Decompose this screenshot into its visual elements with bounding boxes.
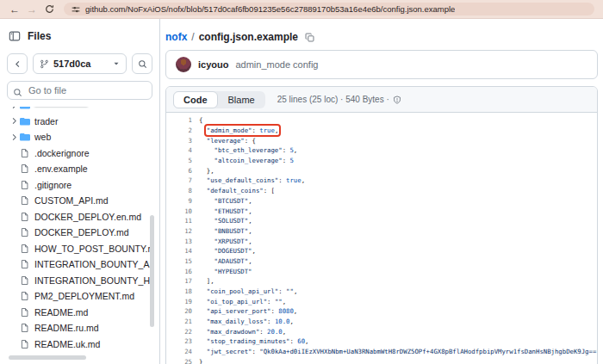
line-number[interactable]: 24 bbox=[166, 348, 192, 355]
file-tree-item-label: DOCKER_DEPLOY.en.md bbox=[34, 212, 141, 222]
file-meta-text: 25 lines (25 loc) · 540 Bytes · bbox=[277, 95, 389, 104]
code-line-text: "DOGEUSDT", bbox=[199, 247, 256, 255]
search-icon bbox=[13, 85, 22, 101]
code-line-text: "api_server_port": 8080, bbox=[199, 307, 297, 315]
line-number[interactable]: 8 bbox=[166, 187, 192, 194]
sidebar-resize-handle[interactable] bbox=[159, 19, 163, 364]
code-line-8: 8 "default_coins": [ bbox=[166, 186, 597, 196]
line-number[interactable]: 17 bbox=[166, 277, 192, 285]
branch-name: 517d0ca bbox=[53, 59, 109, 69]
file-tree-item-label: INTEGRATION_BOUNTY_ASTE... bbox=[34, 259, 152, 269]
forward-icon[interactable]: → bbox=[26, 3, 38, 15]
file-tree-item-readme-zh-cn-md[interactable]: README.zh-CN.md bbox=[7, 352, 152, 355]
shield-icon[interactable] bbox=[393, 96, 401, 104]
file-tree-item-dockerignore[interactable]: .dockerignore bbox=[7, 145, 152, 162]
line-number[interactable]: 2 bbox=[166, 126, 192, 134]
address-bar[interactable]: github.com/NoFxAiOS/nofx/blob/517d0caf6f… bbox=[64, 3, 594, 15]
code-line-text: "ADAUSDT", bbox=[199, 257, 252, 265]
line-number[interactable]: 10 bbox=[166, 207, 192, 215]
line-number[interactable]: 5 bbox=[166, 157, 192, 164]
reload-icon[interactable] bbox=[43, 3, 55, 15]
line-number[interactable]: 22 bbox=[166, 328, 192, 336]
file-icon bbox=[20, 259, 34, 269]
line-number[interactable]: 1 bbox=[166, 116, 192, 124]
commit-message-link[interactable]: admin_mode config bbox=[235, 59, 318, 70]
sidebar-horizontal-scrollbar[interactable] bbox=[9, 355, 86, 360]
file-tree-item-env-example[interactable]: .env.example bbox=[7, 161, 152, 177]
file-tree-item-clipped[interactable] bbox=[7, 107, 152, 114]
file-tree-item-how-to-post-bounty-md[interactable]: HOW_TO_POST_BOUNTY.md bbox=[7, 241, 152, 257]
file-tree-item-trader[interactable]: trader bbox=[7, 114, 152, 130]
commit-author-link[interactable]: icyouo bbox=[198, 59, 228, 70]
copy-path-icon[interactable] bbox=[305, 33, 314, 42]
line-number[interactable]: 15 bbox=[166, 257, 192, 265]
url-text[interactable]: github.com/NoFxAiOS/nofx/blob/517d0caf6f… bbox=[85, 4, 455, 14]
code-line-text: "stop_trading_minutes": 60, bbox=[199, 337, 308, 345]
breadcrumb-repo-link[interactable]: nofx bbox=[165, 31, 187, 43]
file-tree-item-readme-md[interactable]: README.md bbox=[7, 305, 152, 321]
line-number[interactable]: 20 bbox=[166, 307, 192, 315]
line-number[interactable]: 19 bbox=[166, 298, 192, 305]
line-number[interactable]: 14 bbox=[166, 247, 192, 255]
line-number[interactable]: 6 bbox=[166, 167, 192, 175]
line-number[interactable]: 21 bbox=[166, 318, 192, 325]
branch-selector[interactable]: 517d0ca bbox=[33, 53, 127, 74]
code-line-12: 12 "BNBUSDT", bbox=[166, 226, 597, 237]
file-icon bbox=[20, 227, 34, 238]
back-icon[interactable]: ← bbox=[9, 3, 21, 15]
file-tree-item-gitignore[interactable]: .gitignore bbox=[7, 177, 152, 194]
sidebar-collapse-icon[interactable] bbox=[9, 30, 21, 42]
code-line-text: "btc_eth_leverage": 5, bbox=[199, 146, 297, 154]
file-tree: trader web .dockerignore .env.example .g… bbox=[7, 107, 152, 355]
file-tree-item-custom-api-md[interactable]: CUSTOM_API.md bbox=[7, 193, 152, 209]
code-line-1: 1 { bbox=[166, 115, 597, 126]
line-number[interactable]: 9 bbox=[166, 197, 192, 205]
line-number[interactable]: 11 bbox=[166, 217, 192, 225]
line-number[interactable]: 18 bbox=[166, 287, 192, 295]
file-tree-item-readme-uk-md[interactable]: README.uk.md bbox=[7, 336, 152, 353]
file-tree-item-label: README.md bbox=[34, 307, 88, 318]
goto-file-input[interactable] bbox=[7, 81, 152, 100]
file-icon bbox=[20, 275, 34, 286]
code-line-22: 22 "max_drawdown": 20.0, bbox=[166, 326, 597, 336]
avatar[interactable] bbox=[176, 57, 191, 72]
code-line-11: 11 "SOLUSDT", bbox=[166, 216, 597, 226]
line-number[interactable]: 3 bbox=[166, 137, 192, 145]
line-number[interactable]: 12 bbox=[166, 227, 192, 235]
code-line-6: 6 }, bbox=[166, 165, 597, 176]
file-meta: 25 lines (25 loc) · 540 Bytes · bbox=[277, 95, 401, 104]
file-tree-item-label: README.ru.md bbox=[34, 323, 99, 333]
file-tree-item-readme-ru-md[interactable]: README.ru.md bbox=[7, 320, 152, 336]
search-this-repo-button[interactable] bbox=[132, 53, 152, 74]
line-number[interactable]: 16 bbox=[166, 268, 192, 275]
tab-code[interactable]: Code bbox=[173, 91, 218, 108]
folder-icon bbox=[20, 107, 34, 110]
line-number[interactable]: 4 bbox=[166, 146, 192, 154]
file-tree-item-label: CUSTOM_API.md bbox=[34, 195, 109, 206]
code-line-text: "default_coins": [ bbox=[199, 187, 275, 194]
annotation-highlight-box: "admin_mode": true, bbox=[207, 126, 279, 134]
code-line-24: 24 "jwt_secret": "Qk0kAa+d0iIEzXVHXbNbm+… bbox=[166, 347, 597, 357]
sidebar-vertical-scrollbar[interactable] bbox=[150, 215, 154, 327]
file-icon bbox=[20, 307, 34, 318]
browser-toolbar: ← → github.com/NoFxAiOS/nofx/blob/517d0c… bbox=[0, 0, 603, 19]
code-line-7: 7 "use_default_coins": true, bbox=[166, 176, 597, 186]
file-icon bbox=[20, 323, 34, 333]
code-toolbar: Code Blame 25 lines (25 loc) · 540 Bytes… bbox=[166, 87, 597, 113]
file-tree-item-integration-bounty-aste[interactable]: INTEGRATION_BOUNTY_ASTE... bbox=[7, 256, 152, 273]
code-line-text: "admin_mode": true, bbox=[199, 126, 278, 134]
code-line-19: 19 "oi_top_api_url": "", bbox=[166, 296, 597, 306]
tab-blame[interactable]: Blame bbox=[218, 91, 265, 108]
file-tree-item-docker-deploy-md[interactable]: DOCKER_DEPLOY.md bbox=[7, 225, 152, 241]
file-tree-item-docker-deploy-en-md[interactable]: DOCKER_DEPLOY.en.md bbox=[7, 209, 152, 225]
file-tree-item-label: trader bbox=[34, 116, 58, 126]
file-tree-item-integration-bounty-hype[interactable]: INTEGRATION_BOUNTY_HYPE... bbox=[7, 273, 152, 289]
line-number[interactable]: 7 bbox=[166, 176, 192, 184]
collapse-tree-button[interactable] bbox=[7, 53, 28, 74]
file-tree-item-web[interactable]: web bbox=[7, 129, 152, 145]
line-number[interactable]: 25 bbox=[166, 358, 192, 364]
site-settings-icon[interactable] bbox=[71, 5, 80, 14]
line-number[interactable]: 13 bbox=[166, 238, 192, 245]
file-tree-item-pm2-deployment-md[interactable]: PM2_DEPLOYMENT.md bbox=[7, 288, 152, 305]
line-number[interactable]: 23 bbox=[166, 337, 192, 345]
